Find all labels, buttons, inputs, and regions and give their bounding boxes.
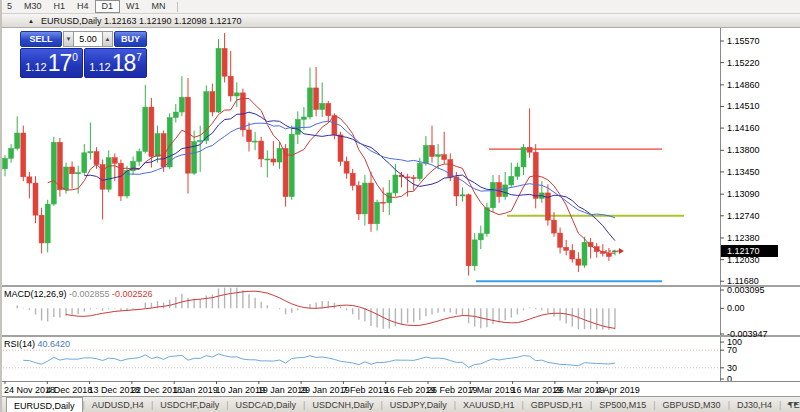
candle-down (527, 147, 532, 152)
price-chart-svg[interactable]: 1.155701.152201.148601.145101.141601.138… (0, 28, 800, 396)
chart-background (0, 28, 800, 396)
panel-splitter-2[interactable] (0, 335, 800, 337)
timeframe-tab-5[interactable]: 5 (1, 0, 18, 13)
timeframe-tab-w1[interactable]: W1 (120, 0, 146, 13)
buy-button[interactable]: BUY (114, 31, 147, 47)
time-tick-label: 1 Jan 2019 (173, 385, 218, 395)
sell-price-display[interactable]: 1.12170 (20, 48, 83, 78)
candle-up (393, 175, 398, 193)
candle-down (149, 107, 154, 156)
candle-up (88, 152, 93, 153)
candle-down (466, 195, 471, 266)
candle-up (3, 158, 8, 168)
symbol-tab-usdcnh-daily[interactable]: USDCNH,Daily (305, 397, 380, 412)
tab-scroll-right-icon[interactable]: ▸ (794, 399, 798, 408)
symbol-tab-bar: EURUSD,Daily|AUDUSD,H4|USDCHF,Daily|USDC… (0, 396, 800, 412)
candle-up (204, 92, 209, 141)
candle-down (564, 247, 569, 250)
symbol-tab-usdcad-daily[interactable]: USDCAD,Daily (229, 397, 304, 412)
candle-down (210, 92, 215, 112)
candle-up (503, 185, 508, 197)
candle-down (247, 130, 252, 142)
candle-down (283, 148, 288, 196)
candle-down (411, 177, 416, 178)
symbol-tab-usdchf-daily[interactable]: USDCHF,Daily (153, 397, 226, 412)
candle-up (472, 240, 477, 266)
window-left-edge (0, 0, 2, 412)
symbol-tab-eurusd-daily[interactable]: EURUSD,Daily (6, 397, 83, 412)
candle-down (222, 48, 227, 76)
volume-decrease-button[interactable]: ▼ (63, 31, 74, 47)
timeframe-tab-d1[interactable]: D1 (95, 0, 121, 13)
timeframe-tab-h4[interactable]: H4 (71, 0, 95, 13)
buy-price-pipette: 7 (136, 49, 142, 63)
candle-down (356, 186, 361, 214)
symbol-tab-dj30-h4[interactable]: DJ30,H4 (730, 397, 779, 412)
candle-up (478, 234, 483, 240)
timeframe-tab-m30[interactable]: M30 (18, 0, 48, 13)
candle-down (228, 76, 233, 96)
chart-title-bar[interactable]: ▲ EURUSD,Daily 1.12163 1.12190 1.12098 1… (0, 14, 800, 28)
time-tick-label: 7 Mar 2019 (469, 385, 515, 395)
volume-input[interactable] (74, 31, 102, 47)
macd-label: MACD(12,26,9) -0.002855 -0.002526 (4, 289, 153, 299)
timeframe-tab-h1[interactable]: H1 (48, 0, 72, 13)
candle-down (326, 103, 331, 115)
time-tick-label: 7 Feb 2019 (342, 385, 388, 395)
candle-up (436, 155, 441, 157)
symbol-tab-gbpusd-m30[interactable]: GBPUSD,M30 (656, 397, 728, 412)
buy-price-prefix: 1.12 (89, 61, 110, 77)
panel-splitter-1[interactable] (0, 285, 800, 287)
candle-up (460, 195, 465, 196)
candle-down (350, 173, 355, 185)
symbol-tab-sp500-m15[interactable]: SP500,M15 (592, 397, 653, 412)
time-tick-label: 4 Apr 2019 (596, 385, 640, 395)
candle-up (234, 93, 239, 96)
sell-button[interactable]: SELL (20, 31, 62, 47)
candle-up (198, 140, 203, 141)
tab-scroll-left-icon[interactable]: ◂ (787, 399, 791, 408)
candle-up (515, 167, 520, 176)
timeframe-tab-mn[interactable]: MN (146, 0, 172, 13)
buy-price-display[interactable]: 1.12187 (84, 48, 147, 78)
candle-down (430, 145, 435, 156)
candle-up (265, 159, 270, 160)
candle-up (216, 48, 221, 112)
price-tick-label: 1.14160 (727, 123, 760, 133)
candle-up (308, 88, 313, 117)
candle-up (289, 134, 294, 196)
candle-up (82, 153, 87, 173)
rsi-scale-label: 30 (727, 363, 737, 373)
buy-price-big-digits: 18 (112, 49, 136, 77)
candle-up (253, 141, 258, 142)
candle-up (106, 158, 111, 189)
volume-spinner: ▼ ▲ (63, 31, 113, 47)
candle-up (137, 152, 142, 162)
rsi-scale-label: 70 (727, 345, 737, 355)
symbol-tab-xauusd-h1[interactable]: XAUUSD,H1 (456, 397, 522, 412)
tab-scroll-controls: ◂ ▸ (787, 399, 798, 408)
candle-down (442, 155, 447, 160)
macd-scale-label: 0.00 (727, 303, 745, 313)
collapse-chart-icon[interactable]: ▲ (28, 18, 34, 24)
candle-down (112, 158, 117, 164)
symbol-tab-usdjpy-daily[interactable]: USDJPY,Daily (383, 397, 454, 412)
time-tick-label: 4 Dec 2018 (46, 385, 92, 395)
candle-down (314, 88, 319, 110)
candle-down (27, 177, 32, 183)
symbol-tab-gbpusd-h1[interactable]: GBPUSD,H1 (524, 397, 590, 412)
rsi-label: RSI(14) 40.6420 (4, 339, 70, 349)
one-click-trading-panel: SELL ▼ ▲ BUY 1.12170 1.12187 (20, 31, 147, 78)
symbol-tab-audusd-h4[interactable]: AUDUSD,H4 (85, 397, 151, 412)
candle-down (21, 133, 26, 177)
toolbar-separator (177, 2, 178, 12)
candle-down (332, 116, 337, 135)
price-tick-label: 1.12380 (727, 233, 760, 243)
candle-up (509, 176, 514, 185)
candle-down (186, 97, 191, 173)
candle-down (94, 152, 99, 165)
volume-increase-button[interactable]: ▲ (102, 31, 113, 47)
rsi-scale-label: 0 (727, 374, 732, 384)
price-tick-label: 1.14860 (727, 80, 760, 90)
candle-down (338, 135, 343, 162)
